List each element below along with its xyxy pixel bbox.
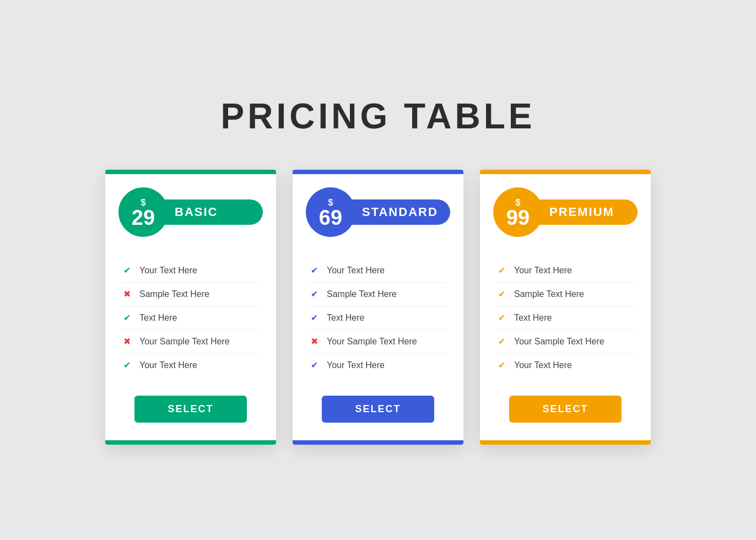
select-button-premium[interactable]: SELECT bbox=[509, 396, 621, 423]
feature-item-standard-1: Sample Text Here bbox=[308, 283, 448, 306]
feature-item-basic-0: Your Text Here bbox=[121, 259, 261, 283]
check-icon-premium-1 bbox=[495, 288, 507, 300]
card-bottom-bar-standard bbox=[293, 440, 463, 445]
pricing-card-standard: $69STANDARDYour Text HereSample Text Her… bbox=[293, 170, 463, 445]
check-icon-basic-4 bbox=[121, 359, 133, 371]
plan-label-standard: STANDARD bbox=[362, 205, 438, 219]
feature-text-standard-1: Sample Text Here bbox=[327, 289, 397, 299]
feature-item-standard-4: Your Text Here bbox=[308, 354, 448, 377]
card-bottom-bar-premium bbox=[480, 440, 651, 445]
card-bottom-bar-basic bbox=[105, 440, 276, 445]
cross-icon-basic-1 bbox=[121, 288, 133, 300]
check-icon-standard-4 bbox=[308, 359, 320, 371]
feature-item-premium-3: Your Sample Text Here bbox=[495, 330, 635, 354]
feature-item-standard-3: Your Sample Text Here bbox=[308, 330, 448, 354]
cross-icon-standard-3 bbox=[308, 336, 320, 348]
plan-label-basic: BASIC bbox=[175, 205, 218, 219]
plan-label-premium: PREMIUM bbox=[549, 205, 614, 219]
check-icon-premium-3 bbox=[495, 336, 507, 348]
page-title: PRICING TABLE bbox=[220, 96, 535, 137]
feature-item-premium-1: Sample Text Here bbox=[495, 283, 635, 306]
price-circle-standard: $69 bbox=[306, 187, 355, 237]
cross-icon-basic-3 bbox=[121, 336, 133, 348]
feature-text-basic-2: Text Here bbox=[139, 313, 177, 323]
feature-item-basic-1: Sample Text Here bbox=[121, 283, 261, 306]
feature-item-basic-2: Text Here bbox=[121, 306, 261, 330]
card-top-bar-basic bbox=[105, 170, 276, 174]
pricing-card-premium: $99PREMIUMYour Text HereSample Text Here… bbox=[480, 170, 651, 445]
check-icon-premium-4 bbox=[495, 359, 507, 371]
feature-text-premium-4: Your Text Here bbox=[514, 360, 572, 370]
feature-item-basic-4: Your Text Here bbox=[121, 354, 261, 377]
feature-text-standard-3: Your Sample Text Here bbox=[327, 337, 417, 347]
plan-label-wrap-basic: BASIC bbox=[163, 199, 263, 225]
feature-text-basic-0: Your Text Here bbox=[139, 266, 197, 276]
feature-item-premium-0: Your Text Here bbox=[495, 259, 635, 283]
price-amount-premium: 99 bbox=[506, 207, 530, 228]
feature-text-standard-2: Text Here bbox=[327, 313, 364, 323]
feature-text-basic-4: Your Text Here bbox=[139, 360, 197, 370]
feature-item-basic-3: Your Sample Text Here bbox=[121, 330, 261, 354]
price-circle-basic: $29 bbox=[118, 187, 168, 237]
feature-text-premium-0: Your Text Here bbox=[514, 266, 572, 276]
feature-text-basic-1: Sample Text Here bbox=[139, 289, 209, 299]
feature-text-basic-3: Your Sample Text Here bbox=[139, 337, 230, 347]
feature-text-premium-1: Sample Text Here bbox=[514, 289, 584, 299]
check-icon-standard-1 bbox=[308, 288, 320, 300]
price-circle-premium: $99 bbox=[493, 187, 543, 237]
feature-text-premium-3: Your Sample Text Here bbox=[514, 337, 604, 347]
plan-label-wrap-standard: STANDARD bbox=[350, 199, 450, 225]
features-list-premium: Your Text HereSample Text HereText HereY… bbox=[480, 253, 651, 388]
check-icon-standard-0 bbox=[308, 264, 320, 277]
select-button-standard[interactable]: SELECT bbox=[322, 396, 434, 423]
features-list-standard: Your Text HereSample Text HereText HereY… bbox=[293, 253, 463, 388]
card-header-standard: $69STANDARD bbox=[293, 174, 463, 248]
select-button-basic[interactable]: SELECT bbox=[134, 396, 246, 423]
card-top-bar-standard bbox=[293, 170, 463, 174]
check-icon-basic-0 bbox=[121, 264, 133, 277]
card-top-bar-premium bbox=[480, 170, 651, 174]
check-icon-standard-2 bbox=[308, 312, 320, 324]
price-amount-basic: 29 bbox=[132, 207, 155, 228]
check-icon-premium-2 bbox=[495, 312, 507, 324]
check-icon-premium-0 bbox=[495, 264, 507, 277]
feature-item-premium-4: Your Text Here bbox=[495, 354, 635, 377]
feature-text-standard-4: Your Text Here bbox=[327, 360, 385, 370]
pricing-card-basic: $29BASICYour Text HereSample Text HereTe… bbox=[105, 170, 276, 445]
pricing-cards-container: $29BASICYour Text HereSample Text HereTe… bbox=[105, 170, 651, 445]
card-header-premium: $99PREMIUM bbox=[480, 174, 651, 248]
feature-text-standard-0: Your Text Here bbox=[327, 266, 385, 276]
feature-text-premium-2: Text Here bbox=[514, 313, 552, 323]
price-amount-standard: 69 bbox=[319, 207, 342, 228]
plan-label-wrap-premium: PREMIUM bbox=[537, 199, 638, 225]
card-header-basic: $29BASIC bbox=[105, 174, 276, 248]
feature-item-standard-2: Text Here bbox=[308, 306, 448, 330]
check-icon-basic-2 bbox=[121, 312, 133, 324]
feature-item-premium-2: Text Here bbox=[495, 306, 635, 330]
feature-item-standard-0: Your Text Here bbox=[308, 259, 448, 283]
features-list-basic: Your Text HereSample Text HereText HereY… bbox=[105, 253, 276, 388]
